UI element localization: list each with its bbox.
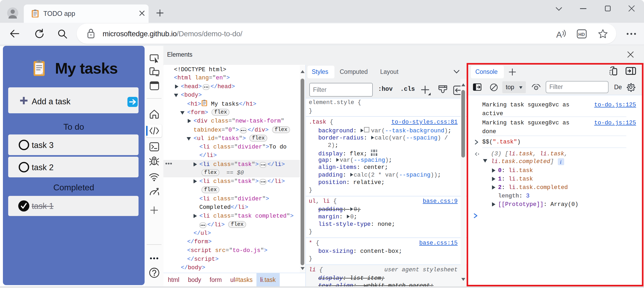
svg-text:A: A [556,30,562,39]
svg-text:HD: HD [578,32,585,37]
